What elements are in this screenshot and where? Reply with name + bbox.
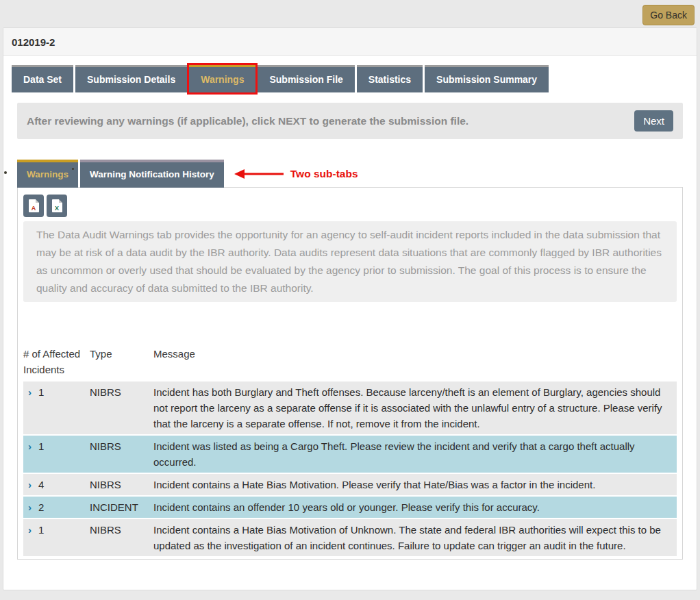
go-back-button[interactable]: Go Back bbox=[642, 5, 695, 25]
description-text: The Data Audit Warnings tab provides the… bbox=[23, 221, 677, 302]
annotation-dot bbox=[4, 171, 7, 174]
table-row: ›1 NIBRS Incident has both Burglary and … bbox=[23, 382, 677, 436]
table-row: ›2 INCIDENT Incident contains an offende… bbox=[23, 497, 677, 519]
warnings-tab-content: The Data Audit Warnings tab provides the… bbox=[17, 187, 683, 560]
message-cell: Incident contains a Hate Bias Motivation… bbox=[153, 477, 677, 492]
chevron-right-icon[interactable]: › bbox=[28, 477, 32, 492]
next-button[interactable]: Next bbox=[634, 110, 673, 132]
type-cell: NIBRS bbox=[90, 384, 153, 432]
chevron-right-icon[interactable]: › bbox=[28, 499, 32, 515]
table-row: ›1 NIBRS Incident was listed as being a … bbox=[23, 436, 677, 474]
col-header-type: Type bbox=[90, 346, 153, 377]
tab-statistics[interactable]: Statistics bbox=[357, 65, 423, 92]
tab-submission-details[interactable]: Submission Details bbox=[75, 65, 187, 92]
type-cell: INCIDENT bbox=[90, 499, 153, 515]
tab-warnings[interactable]: Warnings bbox=[189, 65, 255, 92]
subtab-warning-notification-history[interactable]: Warning Notification History bbox=[80, 160, 224, 188]
sub-tab-bar: Warnings Warning Notification History Tw… bbox=[17, 160, 688, 188]
notice-bar: After reviewing any warnings (if applica… bbox=[17, 103, 683, 139]
message-cell: Incident was listed as being a Cargo The… bbox=[153, 438, 677, 470]
chevron-right-icon[interactable]: › bbox=[28, 438, 32, 454]
tab-data-set[interactable]: Data Set bbox=[12, 65, 73, 92]
excel-file-icon bbox=[52, 199, 62, 212]
table-row: ›4 NIBRS Incident contains a Hate Bias M… bbox=[23, 474, 677, 497]
export-toolbar bbox=[23, 195, 677, 217]
message-cell: Incident contains a Hate Bias Motivation… bbox=[153, 522, 677, 553]
panel-body: Data Set Submission Details Warnings Sub… bbox=[3, 56, 697, 560]
tab-submission-summary[interactable]: Submission Summary bbox=[425, 65, 549, 92]
main-tab-bar: Data Set Submission Details Warnings Sub… bbox=[12, 65, 688, 92]
count-cell: 1 bbox=[38, 524, 44, 536]
col-header-message: Message bbox=[153, 346, 677, 377]
export-pdf-button[interactable] bbox=[23, 195, 44, 217]
warnings-table: # of Affected Incidents Type Message ›1 … bbox=[23, 346, 677, 556]
count-cell: 1 bbox=[38, 440, 44, 452]
left-arrow-icon bbox=[234, 168, 284, 179]
subtab-warnings-label: Warnings bbox=[27, 169, 68, 179]
type-cell: NIBRS bbox=[90, 477, 153, 492]
table-header-row: # of Affected Incidents Type Message bbox=[23, 346, 677, 382]
submission-panel: 012019-2 Data Set Submission Details War… bbox=[3, 27, 697, 590]
chevron-right-icon[interactable]: › bbox=[28, 522, 32, 538]
export-excel-button[interactable] bbox=[47, 195, 67, 217]
type-cell: NIBRS bbox=[90, 438, 153, 470]
table-row: ›1 NIBRS Incident contains a Hate Bias M… bbox=[23, 519, 677, 556]
type-cell: NIBRS bbox=[90, 522, 153, 553]
col-header-count: # of Affected Incidents bbox=[23, 346, 90, 377]
annotation: Two sub-tabs bbox=[234, 168, 358, 180]
message-cell: Incident contains an offender 10 years o… bbox=[153, 499, 677, 515]
count-cell: 4 bbox=[38, 479, 44, 490]
message-cell: Incident has both Burglary and Theft off… bbox=[153, 384, 677, 432]
chevron-right-icon[interactable]: › bbox=[28, 384, 32, 400]
pdf-file-icon bbox=[29, 199, 39, 212]
notice-text: After reviewing any warnings (if applica… bbox=[27, 115, 634, 127]
annotation-dot bbox=[72, 168, 74, 170]
subtab-warnings[interactable]: Warnings bbox=[17, 160, 78, 188]
page-title: 012019-2 bbox=[3, 28, 697, 56]
annotation-text: Two sub-tabs bbox=[290, 168, 358, 180]
count-cell: 1 bbox=[38, 386, 44, 398]
count-cell: 2 bbox=[38, 501, 44, 513]
tab-submission-file[interactable]: Submission File bbox=[258, 65, 354, 92]
